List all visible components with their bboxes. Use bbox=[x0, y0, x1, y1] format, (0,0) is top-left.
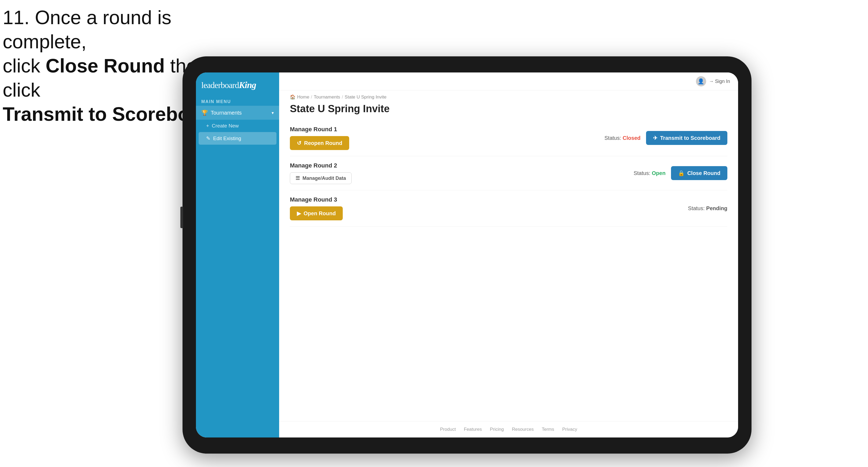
breadcrumb-tournaments[interactable]: Tournaments bbox=[314, 94, 340, 100]
close-round-label: Close Round bbox=[687, 170, 720, 176]
tablet-device: leaderboardKing MAIN MENU 🏆 Tournaments … bbox=[183, 56, 751, 454]
audit-icon: ☰ bbox=[296, 175, 300, 181]
round-3-status: Status: Pending bbox=[688, 205, 727, 212]
home-icon: 🏠 bbox=[290, 94, 296, 100]
breadcrumb-current: State U Spring Invite bbox=[345, 94, 386, 100]
sign-in-area[interactable]: 👤 → Sign In bbox=[696, 76, 730, 86]
sign-in-label: → Sign In bbox=[709, 79, 730, 84]
instruction-bold1: Close Round bbox=[45, 55, 165, 76]
sidebar-tournaments-label: Tournaments bbox=[211, 110, 242, 116]
breadcrumb-sep2: / bbox=[342, 94, 343, 100]
round-3-actions: ▶ Open Round bbox=[290, 207, 343, 220]
round-1-status: Status: Closed bbox=[604, 135, 641, 141]
open-round-icon: ▶ bbox=[297, 210, 301, 217]
round-2-status: Status: Open bbox=[634, 170, 665, 176]
reopen-round-label: Reopen Round bbox=[304, 140, 342, 146]
manage-audit-data-button[interactable]: ☰ Manage/Audit Data bbox=[290, 172, 351, 184]
round-2-right: Status: Open 🔒 Close Round bbox=[634, 166, 727, 180]
round-2-row: Manage Round 2 ☰ Manage/Audit Data Statu… bbox=[290, 156, 727, 190]
footer-terms[interactable]: Terms bbox=[541, 427, 554, 432]
footer-privacy[interactable]: Privacy bbox=[562, 427, 577, 432]
sidebar-item-tournaments[interactable]: 🏆 Tournaments ▾ bbox=[196, 106, 279, 120]
main-menu-label: MAIN MENU bbox=[196, 96, 279, 106]
plus-icon: + bbox=[206, 123, 209, 129]
round-2-title: Manage Round 2 bbox=[290, 162, 351, 169]
round-1-row: Manage Round 1 ↺ Reopen Round Status: Cl… bbox=[290, 120, 727, 156]
top-bar: 👤 → Sign In bbox=[279, 72, 738, 90]
round-1-status-value: Closed bbox=[623, 135, 641, 141]
transmit-label: Transmit to Scoreboard bbox=[660, 135, 721, 141]
round-3-row: Manage Round 3 ▶ Open Round Status: Pend… bbox=[290, 190, 727, 226]
reopen-round-button[interactable]: ↺ Reopen Round bbox=[290, 136, 349, 150]
round-1-actions: ↺ Reopen Round bbox=[290, 136, 349, 150]
edit-icon: ✎ bbox=[206, 135, 210, 142]
page-title: State U Spring Invite bbox=[279, 102, 738, 120]
instruction-line1: 11. Once a round is complete, bbox=[3, 7, 171, 52]
footer: Product Features Pricing Resources Terms… bbox=[279, 421, 738, 437]
open-round-label: Open Round bbox=[304, 210, 336, 217]
tablet-screen: leaderboardKing MAIN MENU 🏆 Tournaments … bbox=[196, 72, 738, 437]
logo-king: King bbox=[239, 80, 256, 90]
open-round-button[interactable]: ▶ Open Round bbox=[290, 207, 343, 220]
round-3-right: Status: Pending bbox=[688, 205, 727, 212]
breadcrumb-sep1: / bbox=[311, 94, 312, 100]
round-1-title: Manage Round 1 bbox=[290, 126, 349, 133]
breadcrumb: 🏠 Home / Tournaments / State U Spring In… bbox=[279, 90, 738, 102]
main-content: 👤 → Sign In 🏠 Home / Tournaments / State… bbox=[279, 72, 738, 437]
create-new-label: Create New bbox=[212, 123, 239, 129]
logo: leaderboardKing bbox=[201, 80, 274, 90]
edit-existing-label: Edit Existing bbox=[213, 135, 241, 142]
instruction-line2: click Close Round then click bbox=[3, 55, 208, 101]
logo-leaderboard: leaderboard bbox=[201, 80, 239, 90]
round-2-left: Manage Round 2 ☰ Manage/Audit Data bbox=[290, 162, 351, 184]
tablet-side-button bbox=[180, 207, 183, 228]
round-3-status-value: Pending bbox=[706, 205, 727, 211]
footer-product[interactable]: Product bbox=[440, 427, 456, 432]
close-round-icon: 🔒 bbox=[678, 170, 685, 176]
footer-resources[interactable]: Resources bbox=[512, 427, 534, 432]
avatar: 👤 bbox=[696, 76, 706, 86]
transmit-icon: ✈ bbox=[653, 135, 658, 141]
reopen-icon: ↺ bbox=[297, 140, 302, 146]
logo-area: leaderboardKing bbox=[196, 72, 279, 96]
trophy-icon: 🏆 bbox=[201, 110, 208, 116]
round-1-left: Manage Round 1 ↺ Reopen Round bbox=[290, 126, 349, 150]
breadcrumb-home[interactable]: Home bbox=[297, 94, 309, 100]
sidebar-item-create-new[interactable]: + Create New bbox=[196, 120, 279, 132]
round-3-title: Manage Round 3 bbox=[290, 196, 343, 203]
footer-features[interactable]: Features bbox=[464, 427, 482, 432]
round-1-right: Status: Closed ✈ Transmit to Scoreboard bbox=[604, 131, 727, 145]
rounds-container: Manage Round 1 ↺ Reopen Round Status: Cl… bbox=[279, 120, 738, 421]
transmit-to-scoreboard-button[interactable]: ✈ Transmit to Scoreboard bbox=[646, 131, 727, 145]
sidebar-item-edit-existing[interactable]: ✎ Edit Existing bbox=[198, 132, 276, 145]
round-2-status-value: Open bbox=[652, 170, 665, 176]
audit-label: Manage/Audit Data bbox=[303, 176, 346, 181]
chevron-down-icon: ▾ bbox=[272, 110, 274, 116]
round-2-actions: ☰ Manage/Audit Data bbox=[290, 172, 351, 184]
close-round-button[interactable]: 🔒 Close Round bbox=[671, 166, 727, 180]
footer-pricing[interactable]: Pricing bbox=[490, 427, 504, 432]
round-3-left: Manage Round 3 ▶ Open Round bbox=[290, 196, 343, 220]
sidebar: leaderboardKing MAIN MENU 🏆 Tournaments … bbox=[196, 72, 279, 437]
